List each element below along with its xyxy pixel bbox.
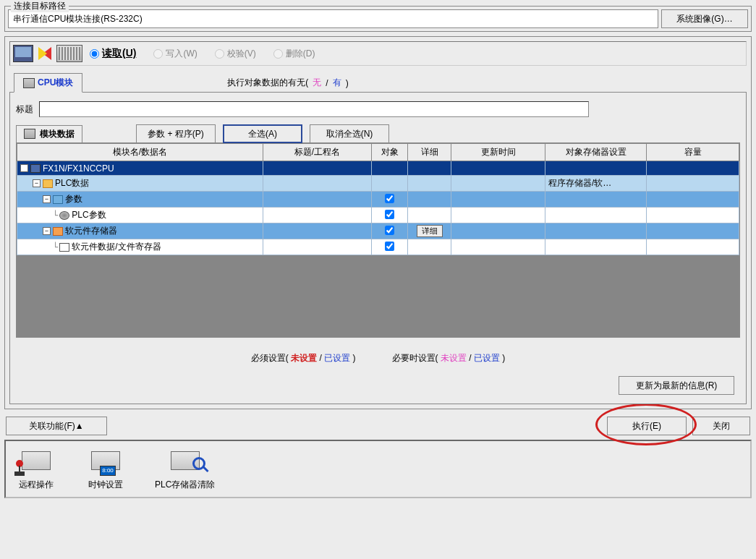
deselect-all-button[interactable]: 取消全选(N) [310, 124, 389, 143]
title-label: 标题 [16, 103, 33, 116]
col-target[interactable]: 对象 [372, 144, 408, 161]
table-row[interactable]: −PLC数据 程序存储器/软… [17, 176, 739, 192]
legend-notset: 未设置 [291, 353, 317, 363]
col-title[interactable]: 标题/工程名 [263, 144, 372, 161]
plc-memory-clear-item[interactable]: PLC存储器清除 [155, 447, 215, 491]
expand-toggle[interactable]: − [43, 227, 51, 235]
target-checkbox[interactable] [385, 242, 394, 251]
mode-write-input [153, 49, 163, 59]
data-table: 模块名/数据名 标题/工程名 对象 详细 更新时间 对象存储器设置 容量 −FX… [16, 142, 740, 338]
param-program-button[interactable]: 参数 + 程序(P) [136, 124, 216, 143]
clock-setting-item[interactable]: 8:00 时钟设置 [85, 447, 126, 491]
target-checkbox[interactable] [385, 210, 394, 219]
table-row[interactable]: −参数 [17, 192, 739, 208]
row-label: FX1N/FX1NCCPU [43, 163, 114, 174]
legend-set: 已设置 [324, 353, 350, 363]
select-all-button[interactable]: 全选(A) [223, 124, 302, 143]
row-label: 软元件数据/文件寄存器 [72, 241, 161, 253]
mem-setting: 程序存储器/软… [545, 176, 647, 192]
col-capacity[interactable]: 容量 [647, 144, 739, 161]
col-memset[interactable]: 对象存储器设置 [545, 144, 647, 161]
legend-close: ) [353, 353, 356, 363]
execute-button[interactable]: 执行(E) [607, 417, 687, 435]
cpu-tab-icon [23, 78, 35, 88]
row-label: PLC参数 [72, 209, 106, 221]
clear-label: PLC存储器清除 [155, 479, 215, 491]
mode-read-radio[interactable]: 读取(U) [90, 47, 136, 60]
expand-toggle[interactable]: − [43, 195, 51, 203]
row-label: PLC数据 [55, 177, 89, 189]
mode-delete-input [273, 49, 283, 59]
legend-notset2: 未设置 [441, 353, 467, 363]
mode-delete-label: 删除(D) [286, 48, 315, 60]
clock-label: 时钟设置 [88, 479, 123, 491]
status-suffix: ) [346, 78, 349, 88]
close-button[interactable]: 关闭 [692, 417, 750, 435]
status-prefix: 执行对象数据的有无( [227, 77, 308, 89]
cpu-icon [30, 164, 41, 173]
expand-toggle[interactable]: − [20, 164, 28, 172]
table-row[interactable]: └PLC参数 [17, 208, 739, 223]
row-label: 软元件存储器 [65, 225, 117, 237]
device-mem-icon [53, 227, 63, 236]
mode-write-label: 写入(W) [166, 48, 197, 60]
legend: 必须设置( 未设置 / 已设置 ) 必要时设置( 未设置 / 已设置 ) [16, 352, 740, 364]
data-status-line: 执行对象数据的有无( 无 / 有 ) [227, 77, 348, 89]
table-row[interactable]: └软元件数据/文件寄存器 [17, 239, 739, 255]
connection-path-text: 串行通信CPU模块连接(RS-232C) [13, 13, 143, 25]
system-image-button[interactable]: 系统图像(G)… [661, 9, 748, 28]
module-data-icon [24, 129, 35, 139]
mode-toolbar: 读取(U) 写入(W) 校验(V) 删除(D) [9, 41, 747, 66]
monitor-icon [13, 45, 33, 62]
status-has: 有 [333, 77, 341, 89]
refresh-button[interactable]: 更新为最新的信息(R) [619, 376, 734, 395]
mode-verify-label: 校验(V) [227, 48, 256, 60]
doc-icon [59, 243, 69, 252]
connection-path-field[interactable]: 串行通信CPU模块连接(RS-232C) [8, 9, 658, 28]
toolbar-icons [13, 45, 82, 62]
param-icon [53, 195, 63, 204]
target-checkbox[interactable] [385, 226, 394, 235]
folder-icon [43, 179, 53, 188]
mode-write-radio[interactable]: 写入(W) [153, 48, 197, 60]
table-row[interactable]: −FX1N/FX1NCCPU [17, 161, 739, 176]
legend-opt-label: 必要时设置( [392, 353, 438, 363]
module-data-label: 模块数据 [40, 128, 75, 140]
mode-read-input[interactable] [90, 49, 99, 59]
transfer-arrows-icon [35, 45, 55, 62]
col-update[interactable]: 更新时间 [451, 144, 545, 161]
gear-icon [59, 211, 69, 220]
expand-toggle[interactable]: − [33, 179, 41, 187]
status-none: 无 [313, 77, 321, 89]
status-sep: / [326, 78, 328, 88]
title-input[interactable] [39, 101, 589, 117]
target-checkbox[interactable] [385, 194, 394, 203]
related-functions-panel: 远程操作 8:00 时钟设置 PLC存储器清除 [4, 440, 752, 498]
plc-device-icon [56, 45, 82, 62]
legend-close2: ) [502, 353, 505, 363]
connection-group-label: 连接目标路径 [11, 0, 69, 12]
legend-set2: 已设置 [474, 353, 500, 363]
col-detail[interactable]: 详细 [408, 144, 451, 161]
detail-button[interactable]: 详细 [417, 225, 443, 237]
legend-must-label: 必须设置( [251, 353, 289, 363]
cpu-tab-label: CPU模块 [38, 77, 73, 89]
col-name[interactable]: 模块名/数据名 [17, 144, 263, 161]
legend-sep2: / [469, 353, 471, 363]
legend-sep: / [319, 353, 321, 363]
cpu-module-tab[interactable]: CPU模块 [14, 73, 82, 93]
remote-operation-item[interactable]: 远程操作 [16, 447, 56, 491]
table-row[interactable]: −软元件存储器 详细 [17, 223, 739, 239]
clock-digits: 8:00 [100, 466, 116, 476]
remote-label: 远程操作 [19, 479, 54, 491]
row-label: 参数 [65, 193, 82, 205]
mode-read-label: 读取(U) [102, 47, 136, 60]
mode-delete-radio[interactable]: 删除(D) [273, 48, 315, 60]
mode-verify-radio[interactable]: 校验(V) [215, 48, 256, 60]
module-data-tab[interactable]: 模块数据 [16, 125, 82, 143]
related-functions-button[interactable]: 关联功能(F)▲ [6, 417, 107, 435]
mode-verify-input [215, 49, 224, 59]
